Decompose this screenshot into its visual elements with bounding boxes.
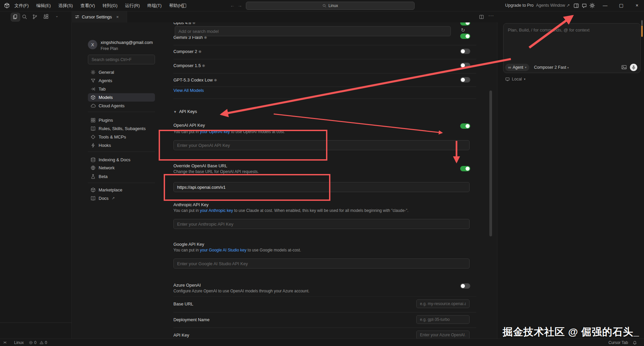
azure-base-url-input[interactable]	[416, 299, 470, 308]
chat-bubble-icon[interactable]	[582, 3, 587, 8]
window-close-button[interactable]: ×	[632, 0, 642, 11]
app-window: 文件(F) 编辑(E) 选择(S) 查看(V) 转到(G) 运行(R) 终端(T…	[0, 0, 644, 346]
chevron-down-icon[interactable]: ⌄	[55, 14, 58, 18]
settings-nav-models[interactable]: Models	[88, 93, 155, 102]
tab-bar: ⌄ Cursor Settings × ···	[0, 11, 644, 22]
model-selector[interactable]: Composer 2 Fast ▾	[534, 65, 569, 70]
tab-close-icon[interactable]: ×	[116, 14, 119, 19]
override-base-url-input[interactable]	[173, 182, 470, 192]
menu-bar: 文件(F) 编辑(E) 选择(S) 查看(V) 转到(G) 运行(R) 终端(T…	[11, 0, 187, 11]
model-toggle-composer2[interactable]	[460, 49, 470, 54]
refresh-icon[interactable]: ↻	[461, 27, 465, 33]
openai-api-key-input[interactable]	[173, 140, 470, 150]
settings-nav-general[interactable]: General	[88, 68, 155, 76]
agent-mode-pill[interactable]: ∞ Agent ▾	[505, 64, 529, 71]
settings-nav-agents[interactable]: Agents	[88, 76, 155, 85]
extensions-icon[interactable]	[43, 14, 49, 19]
cursor-tab-status[interactable]: Cursor Tab	[608, 339, 628, 346]
layout-toggle-icon[interactable]	[181, 3, 186, 8]
menu-terminal[interactable]: 终端(T)	[144, 0, 165, 11]
nav-forward-icon[interactable]: →	[237, 0, 242, 11]
package-icon	[91, 187, 96, 192]
anthropic-api-key-input[interactable]	[173, 219, 470, 229]
docs-book-icon	[91, 196, 96, 201]
azure-api-key-input[interactable]	[416, 331, 470, 339]
bell-icon[interactable]	[633, 341, 637, 345]
plugins-grid-icon	[91, 118, 96, 123]
model-toggle-gpt53[interactable]	[460, 77, 470, 82]
status-os[interactable]: Linux	[14, 339, 24, 346]
model-brain-icon: ❋	[202, 64, 205, 68]
model-toggle-composer15[interactable]	[460, 63, 470, 68]
panel-scrollbar[interactable]	[641, 20, 643, 25]
settings-nav-plugins[interactable]: Plugins	[88, 116, 155, 124]
explorer-sidebar	[0, 22, 72, 339]
hook-lightning-icon	[91, 143, 96, 148]
editor-scrollbar[interactable]	[489, 91, 492, 236]
model-toggle-gemini[interactable]	[460, 34, 470, 39]
settings-nav-tools-mcps[interactable]: Tools & MCPs	[88, 133, 155, 141]
openai-key-link[interactable]: your OpenAI key	[200, 129, 230, 134]
anthropic-api-key-label: Anthropic API Key	[173, 202, 209, 207]
files-icon[interactable]	[12, 14, 18, 19]
command-search-box[interactable]: Linux	[246, 2, 415, 10]
chevron-down-icon: ▾	[524, 77, 526, 81]
openai-api-key-toggle[interactable]	[460, 123, 470, 129]
settings-nav-indexing-docs[interactable]: Indexing & Docs	[88, 156, 155, 164]
tab-label: Cursor Settings	[82, 14, 112, 19]
settings-nav-tab[interactable]: Tab	[88, 85, 155, 93]
menu-view[interactable]: 查看(V)	[77, 0, 98, 11]
mic-button[interactable]	[630, 64, 637, 71]
menu-file[interactable]: 文件(F)	[11, 0, 32, 11]
globe-icon	[91, 165, 96, 170]
settings-nav-hooks[interactable]: Hooks	[88, 141, 155, 150]
settings-nav-docs[interactable]: Docs↗	[88, 194, 155, 203]
menu-run[interactable]: 运行(R)	[122, 0, 143, 11]
panel-layout-icon[interactable]	[574, 3, 579, 8]
tab-cursor-settings[interactable]: Cursor Settings ×	[71, 11, 127, 22]
settings-search-input[interactable]	[88, 55, 155, 64]
menu-goto[interactable]: 转到(G)	[99, 0, 120, 11]
model-row-label: GPT-5.3 Codex Low ❋	[173, 77, 217, 82]
source-control-icon[interactable]	[32, 14, 38, 19]
panel-scrollbar-orange[interactable]	[641, 25, 643, 37]
composer-placeholder: Plan, Build, / for commands, @ for conte…	[508, 27, 590, 33]
window-minimize-button[interactable]: —	[600, 0, 610, 11]
add-model-input[interactable]	[175, 26, 451, 36]
settings-nav-rules[interactable]: Rules, Skills, Subagents	[88, 124, 155, 133]
google-key-link[interactable]: your Google AI Studio key	[200, 248, 247, 252]
tab-arrow-icon	[91, 86, 96, 92]
settings-nav-network[interactable]: Network	[88, 164, 155, 172]
settings-sliders-icon	[75, 14, 79, 19]
openai-api-key-desc: You can put in your OpenAI key to use Op…	[173, 129, 285, 134]
agents-window-link[interactable]: Agents Window ↗	[536, 0, 570, 11]
problems-indicator[interactable]: 0 0	[29, 339, 47, 346]
google-api-key-input[interactable]	[173, 258, 470, 269]
view-all-models-link[interactable]: View All Models	[173, 88, 204, 93]
search-sidebar-icon[interactable]	[22, 14, 27, 19]
settings-nav-cloud-agents[interactable]: Cloud Agents	[88, 102, 155, 110]
upgrade-to-pro-button[interactable]: Upgrade to Pro	[505, 0, 534, 11]
azure-openai-toggle[interactable]	[460, 283, 470, 289]
menu-edit[interactable]: 编辑(E)	[33, 0, 54, 11]
split-editor-icon[interactable]	[479, 14, 484, 19]
azure-api-key-label: API Key	[173, 333, 189, 338]
gear-icon[interactable]	[589, 3, 595, 8]
api-keys-heading[interactable]: ▼API Keys	[173, 109, 197, 114]
window-maximize-button[interactable]: ▢	[616, 0, 626, 11]
nav-back-icon[interactable]: ←	[230, 0, 235, 11]
editor-more-actions-icon[interactable]: ···	[488, 13, 494, 18]
anthropic-key-link[interactable]: your Anthropic key	[200, 208, 233, 213]
remote-indicator[interactable]: ><	[3, 339, 6, 346]
remote-icon: ><	[3, 339, 6, 346]
settings-nav-marketplace[interactable]: Marketplace	[88, 186, 155, 194]
agents-funnel-icon	[91, 78, 96, 83]
menu-selection[interactable]: 选择(S)	[55, 0, 76, 11]
settings-nav-beta[interactable]: Beta	[88, 172, 155, 181]
azure-deployment-name-input[interactable]	[416, 315, 470, 324]
book-icon	[91, 126, 96, 131]
image-attach-icon[interactable]	[621, 64, 627, 70]
env-selector-local[interactable]: Local ▾	[505, 77, 525, 81]
override-base-url-toggle[interactable]	[460, 166, 470, 171]
monitor-icon	[505, 77, 510, 81]
